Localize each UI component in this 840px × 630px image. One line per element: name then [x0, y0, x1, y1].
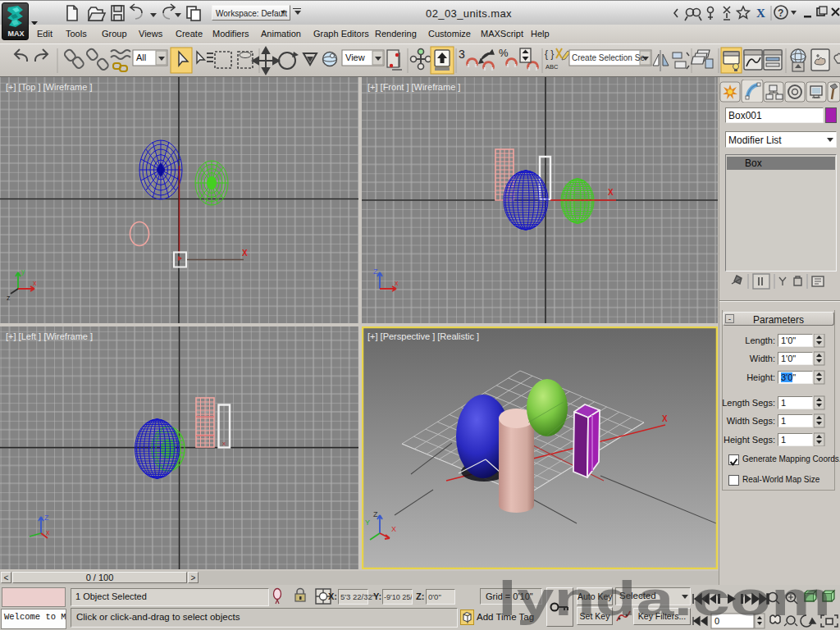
svg-text:[+] [Front ] [Wireframe ]: [+] [Front ] [Wireframe ] — [368, 82, 460, 92]
svg-text:x: x — [46, 528, 50, 536]
svg-text:Z: Z — [373, 267, 378, 276]
svg-text:X: X — [662, 414, 668, 423]
svg-text:lynda.com: lynda.com — [498, 571, 831, 626]
svg-text:x: x — [395, 279, 399, 287]
svg-text:z: z — [7, 294, 11, 302]
svg-text:y: y — [21, 267, 25, 276]
svg-text:Y: Y — [365, 518, 370, 527]
svg-text:X: X — [608, 188, 614, 197]
svg-text:Z: Z — [44, 514, 49, 522]
svg-text:Z: Z — [373, 510, 378, 518]
svg-text:[+] [Perspective ] [Realistic: [+] [Perspective ] [Realistic ] — [368, 331, 479, 341]
svg-text:X: X — [242, 249, 248, 258]
svg-text:x: x — [33, 279, 37, 287]
svg-text:x: x — [222, 440, 226, 447]
svg-text:?: ? — [778, 7, 783, 19]
svg-text:[+] [Top ] [Wireframe ]: [+] [Top ] [Wireframe ] — [6, 82, 92, 92]
svg-text:X: X — [756, 7, 765, 20]
svg-text:X: X — [391, 525, 396, 533]
svg-text:[+] [Left ] [Wireframe ]: [+] [Left ] [Wireframe ] — [6, 331, 93, 341]
